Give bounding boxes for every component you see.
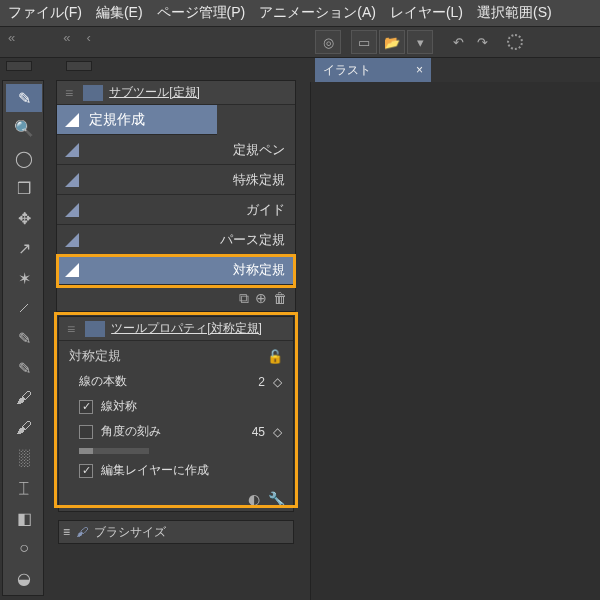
open-folder-icon[interactable]: 📂 bbox=[379, 30, 405, 54]
subtool-category[interactable]: 定規作成 bbox=[57, 105, 217, 135]
subtool-item-guide[interactable]: ガイド bbox=[57, 195, 295, 225]
panel-collapse-chevrons[interactable]: ««‹ bbox=[8, 30, 91, 45]
subtool-item-symmetry-ruler[interactable]: 対称定規 bbox=[57, 255, 295, 285]
canvas-area[interactable] bbox=[310, 82, 600, 600]
tool-arrow[interactable]: ↗ bbox=[6, 234, 42, 262]
tool-brushA[interactable]: 🖌 bbox=[6, 384, 42, 412]
subtool-panel: ≡ サブツール[定規] 定規作成 定規ペン 特殊定規 ガイド パース定規 対称定… bbox=[56, 80, 296, 312]
menu-anim[interactable]: アニメーション(A) bbox=[259, 4, 376, 22]
prop-line-sym-label: 線対称 bbox=[101, 398, 137, 415]
subtool-header[interactable]: ≡ サブツール[定規] bbox=[57, 81, 295, 105]
undo-button[interactable]: ↶ bbox=[447, 30, 469, 54]
ruler-icon bbox=[65, 263, 79, 277]
tool-move[interactable]: ✥ bbox=[6, 204, 42, 232]
document-tab-label: イラスト bbox=[323, 62, 371, 79]
add-icon[interactable]: ⊕ bbox=[255, 290, 267, 306]
tool-magnifier[interactable]: 🔍 bbox=[6, 114, 42, 142]
checkbox-checked[interactable]: ✓ bbox=[79, 464, 93, 478]
tool-eyedropper[interactable]: ⟋ bbox=[6, 294, 42, 322]
brush-size-label: ブラシサイズ bbox=[94, 524, 166, 541]
subtool-actions: ⧉ ⊕ 🗑 bbox=[57, 285, 295, 311]
ruler-icon bbox=[65, 143, 79, 157]
ruler-icon bbox=[65, 233, 79, 247]
tool-eraser[interactable]: ◧ bbox=[6, 504, 42, 532]
tool-brushB[interactable]: 🖌 bbox=[6, 414, 42, 442]
tool-sparkle[interactable]: ✶ bbox=[6, 264, 42, 292]
brush-size-panel[interactable]: ≡ 🖌 ブラシサイズ bbox=[58, 520, 294, 544]
menu-file[interactable]: ファイル(F) bbox=[8, 4, 82, 22]
document-tab[interactable]: イラスト × bbox=[315, 58, 431, 82]
menu-bar: ファイル(F) 編集(E) ページ管理(P) アニメーション(A) レイヤー(L… bbox=[0, 0, 600, 26]
tool-shade[interactable]: ◒ bbox=[6, 564, 42, 592]
subtool-item-ruler-pen[interactable]: 定規ペン bbox=[57, 135, 295, 165]
ruler-panel-icon bbox=[85, 321, 105, 337]
tool-property-header[interactable]: ≡ ツールプロパティ[対称定規] bbox=[59, 317, 293, 341]
prop-lines-value[interactable]: 2 bbox=[258, 375, 265, 389]
tool-ellipse[interactable]: ◯ bbox=[6, 144, 42, 172]
stepper-icon[interactable]: ◇ bbox=[273, 425, 283, 439]
prop-create-on-layer[interactable]: ✓ 編集レイヤーに作成 bbox=[69, 462, 283, 479]
tool-circle[interactable]: ○ bbox=[6, 534, 42, 562]
drag-handle-icon[interactable]: ≡ bbox=[63, 321, 79, 337]
panel-handle[interactable] bbox=[66, 61, 92, 71]
loading-spinner-icon bbox=[507, 34, 523, 50]
tool-spray[interactable]: ░ bbox=[6, 444, 42, 472]
toolbox: ✎ 🔍 ◯ ❒ ✥ ↗ ✶ ⟋ ✎ ✎ 🖌 🖌 ░ ⌶ ◧ ○ ◒ bbox=[2, 80, 44, 596]
prop-angle-step[interactable]: 角度の刻み 45 ◇ bbox=[69, 423, 283, 440]
subtool-header-label: サブツール[定規] bbox=[109, 84, 200, 101]
lock-icon[interactable]: 🔓 bbox=[267, 349, 283, 364]
brush-icon: 🖌 bbox=[76, 525, 88, 539]
checkbox-unchecked[interactable] bbox=[79, 425, 93, 439]
new-layer-icon[interactable]: ▭ bbox=[351, 30, 377, 54]
prop-lines-count: 線の本数 2 ◇ bbox=[69, 373, 283, 390]
subtool-category-label: 定規作成 bbox=[89, 111, 145, 129]
menu-layer[interactable]: レイヤー(L) bbox=[390, 4, 463, 22]
tool-penA[interactable]: ✎ bbox=[6, 324, 42, 352]
prop-create-layer-label: 編集レイヤーに作成 bbox=[101, 462, 209, 479]
palette-dropdown-icon[interactable]: ▾ bbox=[407, 30, 433, 54]
tool-property-panel: ≡ ツールプロパティ[対称定規] 対称定規 🔓 線の本数 2 ◇ ✓ 線対称 角… bbox=[58, 316, 294, 512]
prop-angle-value[interactable]: 45 bbox=[252, 425, 265, 439]
tool-property-header-label: ツールプロパティ[対称定規] bbox=[111, 320, 262, 337]
tool-textedit[interactable]: ⌶ bbox=[6, 474, 42, 502]
drag-handle-icon[interactable]: ≡ bbox=[61, 85, 77, 101]
duplicate-icon[interactable]: ⧉ bbox=[239, 290, 249, 307]
subtool-item-special-ruler[interactable]: 特殊定規 bbox=[57, 165, 295, 195]
tool-pen[interactable]: ✎ bbox=[6, 84, 42, 112]
tool-penB[interactable]: ✎ bbox=[6, 354, 42, 382]
ruler-icon bbox=[65, 203, 79, 217]
ruler-panel-icon bbox=[83, 85, 103, 101]
menu-page[interactable]: ページ管理(P) bbox=[157, 4, 246, 22]
trash-icon[interactable]: 🗑 bbox=[273, 290, 287, 306]
prop-lines-label: 線の本数 bbox=[79, 373, 250, 390]
prop-line-symmetry[interactable]: ✓ 線対称 bbox=[69, 398, 283, 415]
ruler-icon bbox=[65, 173, 79, 187]
angle-slider[interactable] bbox=[79, 448, 149, 454]
menu-select[interactable]: 選択範囲(S) bbox=[477, 4, 552, 22]
tool-cube[interactable]: ❒ bbox=[6, 174, 42, 202]
reset-icon[interactable]: ◐ bbox=[248, 491, 260, 507]
prop-angle-label: 角度の刻み bbox=[101, 423, 244, 440]
tool-property-title: 対称定規 bbox=[69, 347, 121, 365]
drag-handle-icon[interactable]: ≡ bbox=[63, 525, 70, 539]
checkbox-checked[interactable]: ✓ bbox=[79, 400, 93, 414]
ruler-icon bbox=[65, 113, 79, 127]
menu-edit[interactable]: 編集(E) bbox=[96, 4, 143, 22]
wrench-icon[interactable]: 🔧 bbox=[268, 491, 285, 507]
stepper-icon[interactable]: ◇ bbox=[273, 375, 283, 389]
swirl-icon[interactable]: ◎ bbox=[315, 30, 341, 54]
close-tab-icon[interactable]: × bbox=[416, 63, 423, 77]
subtool-item-perspective-ruler[interactable]: パース定規 bbox=[57, 225, 295, 255]
panel-handle[interactable] bbox=[6, 61, 32, 71]
redo-button[interactable]: ↷ bbox=[471, 30, 493, 54]
